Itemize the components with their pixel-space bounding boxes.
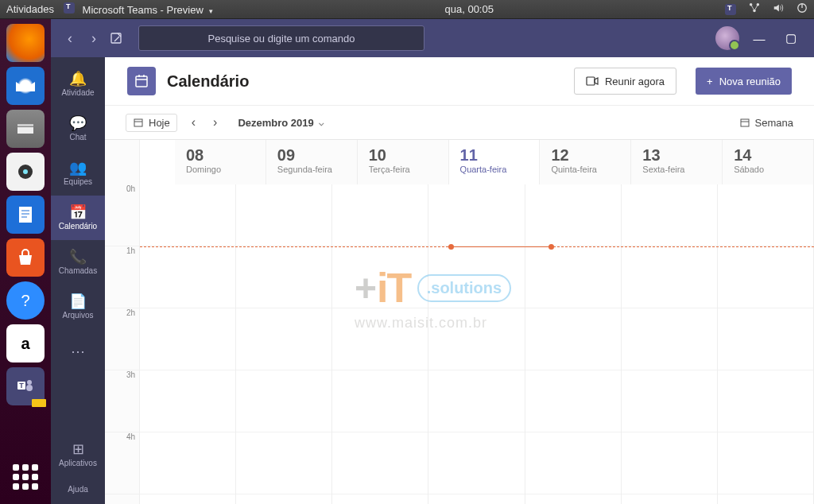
launcher-help[interactable]: ? [6, 281, 45, 320]
svg-rect-6 [17, 127, 33, 134]
day-number: 08 [186, 146, 254, 165]
day-column[interactable] [525, 184, 622, 504]
day-number: 11 [460, 146, 529, 165]
svg-point-8 [23, 169, 28, 174]
day-column[interactable] [332, 184, 428, 504]
day-number: 12 [551, 146, 619, 165]
calendar-toolbar: Hoje ‹ › Dezembro 2019 ⌵ Semana [105, 105, 814, 140]
new-meeting-button[interactable]: + Nova reunião [696, 68, 792, 95]
day-column[interactable] [622, 184, 718, 504]
day-header[interactable]: 10Terça-feira [358, 140, 449, 184]
day-header[interactable]: 09Segunda-feira [266, 140, 358, 184]
day-column[interactable] [140, 184, 236, 504]
rail-calls[interactable]: 📞 Chamadas [51, 240, 105, 285]
svg-rect-23 [134, 119, 142, 126]
day-name: Segunda-feira [277, 165, 346, 174]
today-button[interactable]: Hoje [126, 114, 177, 132]
svg-point-15 [27, 380, 32, 385]
rail-label: Chat [69, 133, 86, 142]
volume-icon[interactable] [773, 2, 784, 16]
prev-week-button[interactable]: ‹ [188, 115, 199, 130]
hour-label: 3h [105, 370, 140, 432]
activities-button[interactable]: Atividades [6, 3, 54, 15]
launcher-firefox[interactable] [6, 24, 45, 62]
app-menu-label: Microsoft Teams - Preview [83, 4, 204, 16]
ubuntu-top-bar: Atividades Microsoft Teams - Preview ▾ q… [0, 0, 814, 19]
plus-icon: + [707, 76, 713, 87]
day-header[interactable]: 14Sábado [723, 140, 814, 184]
launcher-thunderbird[interactable] [6, 67, 45, 105]
minimize-button[interactable]: — [747, 32, 771, 45]
month-label: Dezembro 2019 [238, 117, 313, 129]
page-header: Calendário Reunir agora + Nova reunião [105, 57, 814, 105]
view-picker[interactable]: Semana [739, 117, 793, 129]
hour-label: 1h [105, 246, 140, 308]
launcher-rhythmbox[interactable] [6, 153, 45, 191]
rail-help[interactable]: Ajuda [51, 480, 105, 504]
power-icon[interactable] [797, 2, 808, 16]
rail-files[interactable]: 📄 Arquivos [51, 285, 105, 329]
app-menu[interactable]: Microsoft Teams - Preview ▾ [64, 2, 213, 16]
day-column[interactable] [428, 184, 525, 504]
day-column[interactable] [718, 184, 814, 504]
hour-label: 4h [105, 432, 140, 494]
calendar-icon: 📅 [69, 205, 87, 219]
day-name: Sábado [734, 165, 802, 174]
meet-now-button[interactable]: Reunir agora [574, 68, 676, 95]
video-icon [586, 76, 599, 86]
rail-more[interactable]: ⋯ [51, 329, 105, 374]
rail-label: Ajuda [68, 485, 88, 494]
launcher-software[interactable] [6, 238, 45, 277]
day-name: Domingo [186, 165, 254, 174]
now-dot-left [448, 244, 454, 250]
month-picker[interactable]: Dezembro 2019 ⌵ [238, 117, 324, 129]
bell-icon: 🔔 [69, 72, 87, 86]
rail-chat[interactable]: 💬 Chat [51, 107, 105, 151]
nav-forward-button[interactable]: › [86, 30, 102, 47]
day-number: 10 [369, 146, 437, 165]
clock[interactable]: qua, 00:05 [213, 3, 725, 15]
launcher-teams[interactable]: T [6, 367, 45, 405]
day-header[interactable]: 12Quinta-feira [540, 140, 631, 184]
rail-calendar[interactable]: 📅 Calendário [51, 196, 105, 240]
search-input[interactable]: Pesquise ou digite um comando [138, 25, 424, 51]
day-header[interactable]: 13Sexta-feira [631, 140, 723, 184]
rail-activity[interactable]: 🔔 Atividade [51, 62, 105, 107]
rail-label: Atividade [61, 88, 94, 97]
people-icon: 👥 [69, 161, 87, 175]
rail-label: Calendário [59, 222, 97, 231]
svg-rect-16 [26, 385, 33, 391]
now-dot-right [548, 244, 554, 250]
day-header[interactable]: 08Domingo [175, 140, 266, 184]
meet-now-label: Reunir agora [605, 76, 665, 87]
launcher-amazon[interactable]: a [6, 324, 45, 362]
new-meeting-label: Nova reunião [719, 76, 781, 87]
launcher-show-apps[interactable] [6, 458, 45, 496]
ubuntu-launcher: ? a T [0, 19, 51, 504]
compose-icon[interactable] [110, 32, 122, 45]
day-header[interactable]: 11Quarta-feira [449, 140, 541, 184]
teams-tray-icon[interactable] [725, 4, 736, 15]
day-column[interactable] [236, 184, 332, 504]
apps-icon: ⊞ [72, 442, 84, 456]
rail-apps[interactable]: ⊞ Aplicativos [51, 436, 105, 480]
svg-rect-18 [136, 76, 147, 87]
rail-teams[interactable]: 👥 Equipes [51, 151, 105, 196]
calendar-badge-icon [127, 67, 156, 95]
maximize-button[interactable]: ▢ [779, 31, 803, 45]
svg-rect-5 [17, 124, 33, 126]
launcher-files[interactable] [6, 110, 45, 148]
search-placeholder: Pesquise ou digite um comando [207, 33, 355, 45]
rail-label: Equipes [64, 177, 92, 186]
nav-back-button[interactable]: ‹ [62, 30, 78, 47]
calendar-grid: 08Domingo09Segunda-feira10Terça-feira11Q… [105, 140, 814, 504]
network-icon[interactable] [749, 2, 760, 16]
day-number: 09 [277, 146, 346, 165]
avatar[interactable] [715, 26, 739, 50]
teams-titlebar: ‹ › Pesquise ou digite um comando — ▢ [51, 19, 814, 57]
svg-rect-22 [587, 77, 595, 85]
launcher-writer[interactable] [6, 196, 45, 234]
day-name: Terça-feira [369, 165, 437, 174]
teams-menu-icon [64, 2, 75, 14]
next-week-button[interactable]: › [210, 115, 220, 130]
